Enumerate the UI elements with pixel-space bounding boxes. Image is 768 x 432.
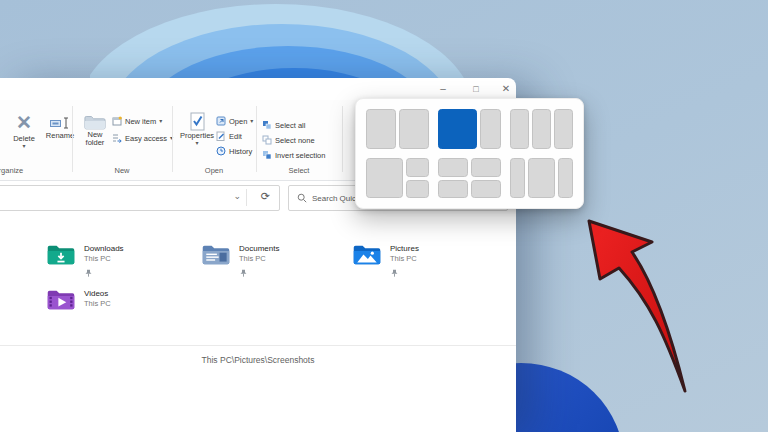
group-label-select: Select (256, 166, 342, 175)
select-none-label: Select none (275, 136, 315, 145)
delete-button[interactable]: ✕ Delete ▾ (4, 112, 44, 149)
quick-access-item-text: DocumentsThis PC (239, 243, 279, 282)
snap-zone-cell[interactable] (366, 158, 403, 198)
snap-zone-cell[interactable] (366, 109, 396, 149)
item-name: Pictures (390, 244, 419, 253)
snap-zone-cell[interactable] (406, 180, 429, 199)
item-name: Downloads (84, 244, 124, 253)
properties-icon (190, 112, 205, 131)
snap-zone-cell[interactable] (558, 158, 573, 198)
refresh-icon[interactable]: ⟳ (261, 190, 270, 203)
quick-access-item-documents[interactable]: DocumentsThis PC (201, 243, 279, 282)
ribbon-separator (172, 106, 173, 172)
snap-layout-column (471, 158, 501, 198)
snap-layout-column (532, 109, 551, 149)
quick-access-item-videos[interactable]: VideosThis PC (46, 288, 111, 315)
select-all-button[interactable]: Select all (262, 120, 305, 130)
history-button[interactable]: History (216, 146, 252, 156)
close-icon: ✕ (502, 84, 510, 94)
snap-zone-cell[interactable] (528, 158, 555, 198)
ribbon-separator (72, 106, 73, 172)
select-all-icon (262, 120, 272, 130)
select-none-button[interactable]: Select none (262, 135, 315, 145)
snap-zone-cell[interactable] (471, 180, 501, 199)
easy-access-button[interactable]: Easy access ▾ (112, 133, 173, 143)
quick-access-item-text: VideosThis PC (84, 288, 111, 315)
snap-zone-cell[interactable] (406, 158, 429, 177)
select-none-icon (262, 135, 272, 145)
videos-folder-icon (46, 288, 76, 315)
edit-icon (216, 131, 226, 141)
minimize-button[interactable]: – (430, 81, 456, 97)
snap-zone-cell[interactable] (554, 109, 573, 149)
snap-layout-column (366, 109, 396, 149)
dropdown-caret-icon: ▾ (195, 141, 198, 146)
history-icon (216, 146, 226, 156)
new-item-button[interactable]: New item ▾ (112, 116, 162, 126)
snap-zone-cell[interactable] (510, 109, 529, 149)
snap-layout-two-columns-equal[interactable] (366, 109, 429, 149)
snap-layout-column (438, 158, 468, 198)
snap-layout-quad-grid[interactable] (438, 158, 501, 198)
open-label: Open (229, 117, 247, 126)
item-location: This PC (84, 254, 124, 263)
quick-access-item-text: PicturesThis PC (390, 243, 419, 282)
easy-access-icon (112, 133, 122, 143)
snap-zone-cell[interactable] (438, 180, 468, 199)
quick-access-item-pictures[interactable]: PicturesThis PC (352, 243, 419, 282)
maximize-button[interactable]: □ (463, 81, 489, 97)
maximize-icon: □ (473, 85, 478, 94)
downloads-folder-icon (46, 243, 76, 282)
open-icon (216, 116, 226, 126)
easy-access-label: Easy access (125, 134, 167, 143)
new-folder-button[interactable]: New folder (78, 114, 112, 147)
new-folder-label: New folder (79, 131, 111, 147)
invert-selection-icon (262, 150, 272, 160)
group-label-open: Open (172, 166, 256, 175)
close-button[interactable]: ✕ (493, 81, 519, 97)
snap-zone-cell[interactable] (438, 109, 477, 149)
ribbon-separator (256, 106, 257, 172)
title-bar[interactable]: – □ ✕ (0, 78, 516, 100)
item-name: Documents (239, 244, 279, 253)
content-divider (0, 345, 516, 346)
snap-layout-column (480, 109, 501, 149)
snap-layout-column (554, 109, 573, 149)
new-folder-icon (84, 114, 106, 130)
quick-access-item-text: DownloadsThis PC (84, 243, 124, 282)
invert-selection-button[interactable]: Invert selection (262, 150, 325, 160)
pin-icon (239, 269, 248, 278)
snap-zone-cell[interactable] (480, 109, 501, 149)
pin-icon (84, 269, 93, 278)
snap-layout-column (558, 158, 573, 198)
open-button[interactable]: Open ▾ (216, 116, 253, 126)
group-label-organize: Organize (0, 166, 43, 175)
wallpaper-bloom-top (90, 0, 470, 79)
edit-button[interactable]: Edit (216, 131, 242, 141)
snap-layout-two-columns-wide-left[interactable] (438, 109, 501, 149)
snap-zone-cell[interactable] (510, 158, 525, 198)
rename-label: Rename (46, 132, 74, 140)
snap-zone-cell[interactable] (399, 109, 429, 149)
snap-layout-three-columns-wide-center[interactable] (510, 158, 573, 198)
address-bar[interactable]: ⌄ ⟳ (0, 185, 280, 211)
properties-button[interactable]: Properties ▾ (178, 112, 216, 146)
delete-icon: ✕ (16, 112, 32, 134)
delete-label: Delete (13, 135, 35, 143)
invert-selection-label: Invert selection (275, 151, 325, 160)
address-divider (246, 189, 247, 206)
snap-layout-three-columns-equal[interactable] (510, 109, 573, 149)
status-path: This PC\Pictures\Screenshots (0, 355, 516, 365)
snap-layout-column (438, 109, 477, 149)
item-location: This PC (390, 254, 419, 263)
snap-zone-cell[interactable] (532, 109, 551, 149)
chevron-down-icon[interactable]: ⌄ (233, 191, 241, 201)
snap-zone-cell[interactable] (438, 158, 468, 177)
ribbon-separator (342, 106, 343, 172)
dropdown-caret-icon: ▾ (159, 119, 162, 124)
snap-layout-column (366, 158, 403, 198)
item-name: Videos (84, 289, 111, 298)
snap-layout-half-left-stacked-right[interactable] (366, 158, 429, 198)
snap-zone-cell[interactable] (471, 158, 501, 177)
quick-access-item-downloads[interactable]: DownloadsThis PC (46, 243, 124, 282)
